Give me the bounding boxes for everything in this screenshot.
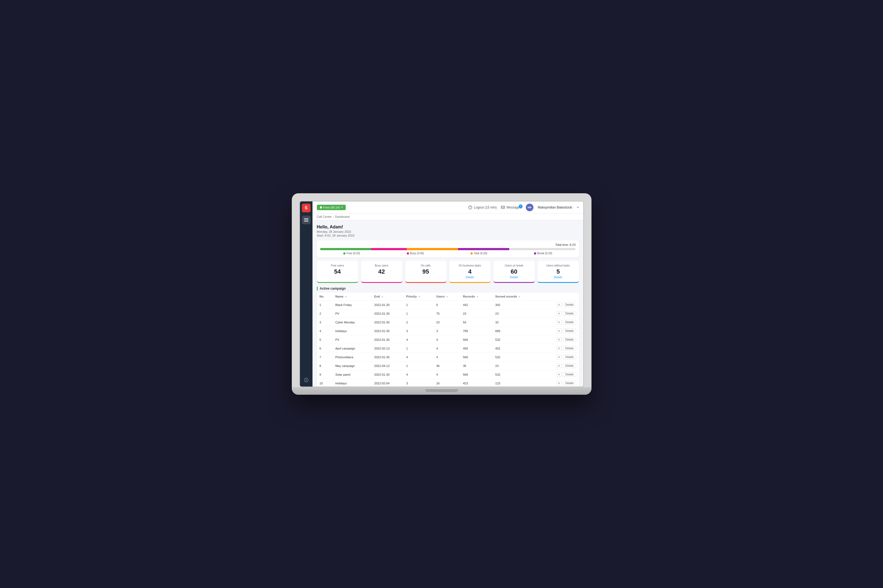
cell-served: 23 xyxy=(493,309,540,318)
cell-users: 75 xyxy=(433,309,460,318)
cell-no: 6 xyxy=(317,344,332,353)
cell-served: 32 xyxy=(493,318,540,327)
cell-actions: ≡ Details xyxy=(540,300,579,309)
cell-served: 23 xyxy=(493,362,540,370)
cell-priority: 1 xyxy=(403,362,433,370)
row-menu-button[interactable]: ≡ xyxy=(557,328,562,333)
cell-no: 10 xyxy=(317,379,332,387)
col-name[interactable]: Name ▼ xyxy=(332,292,372,300)
cell-no: 3 xyxy=(317,318,332,327)
cell-served: 532 xyxy=(493,353,540,362)
cell-records: 566 xyxy=(460,335,493,344)
cell-served: 342 xyxy=(493,300,540,309)
col-priority[interactable]: Priority ▼ xyxy=(403,292,433,300)
row-menu-button[interactable]: ≡ xyxy=(557,372,562,377)
status-button[interactable]: Free (06:14) xyxy=(317,205,346,210)
row-menu-button[interactable]: ≡ xyxy=(557,311,562,316)
stat-busy-users-label: Busy users xyxy=(364,264,399,267)
timeline-free xyxy=(320,248,372,250)
cell-end: 2022-01-30 xyxy=(372,300,404,309)
col-served[interactable]: Served records ▼ xyxy=(493,292,540,300)
row-menu-button[interactable]: ≡ xyxy=(557,346,562,351)
cell-users: 4 xyxy=(433,344,460,353)
row-details-button[interactable]: Details xyxy=(563,381,576,386)
cell-records: 566 xyxy=(460,370,493,379)
sidebar-icon-info[interactable] xyxy=(302,376,311,384)
cell-name: Black Friday xyxy=(332,300,372,309)
cell-actions: ≡ Details xyxy=(540,318,579,327)
col-end[interactable]: End ▼ xyxy=(372,292,404,300)
svg-rect-4 xyxy=(306,380,307,381)
row-details-button[interactable]: Details xyxy=(563,355,576,359)
tl-label-free: Free (6:20) xyxy=(343,252,360,255)
row-menu-button[interactable]: ≡ xyxy=(557,381,562,386)
cell-actions: ≡ Details xyxy=(540,327,579,335)
row-details-button[interactable]: Details xyxy=(563,363,576,368)
cell-users: 46 xyxy=(433,362,460,370)
svg-rect-2 xyxy=(304,221,308,222)
cell-name: May campaign xyxy=(332,362,372,370)
cell-priority: 4 xyxy=(403,370,433,379)
breadcrumb-root[interactable]: Call Center xyxy=(317,215,332,218)
logout-label: Logout (15 min) xyxy=(474,206,497,209)
row-menu-button[interactable]: ≡ xyxy=(557,303,562,307)
row-details-button[interactable]: Details xyxy=(563,372,576,377)
cell-served: 689 xyxy=(493,327,540,335)
cell-records: 456 xyxy=(460,344,493,353)
table-row: 8 May campaign 2022-04-12 1 46 35 23 ≡ D… xyxy=(317,362,579,370)
sidebar-icon-menu[interactable] xyxy=(302,216,311,224)
cell-priority: 2 xyxy=(403,318,433,327)
col-records[interactable]: Records ▼ xyxy=(460,292,493,300)
row-details-button[interactable]: Details xyxy=(563,337,576,342)
col-no: No. xyxy=(317,292,332,300)
messages-button[interactable]: 2 Messages xyxy=(501,206,522,209)
dashboard-header: Hello, Adam! Monday, 28 January 2022 Sta… xyxy=(317,225,579,237)
stat-busy-users: Busy users 42 xyxy=(361,261,402,283)
table-row: 4 Holidays 2022-01-30 3 3 799 689 ≡ Deta… xyxy=(317,327,579,335)
sidebar-logo[interactable]: S xyxy=(302,204,311,212)
row-details-button[interactable]: Details xyxy=(563,320,576,324)
table-row: 1 Black Friday 2022-01-30 1 6 442 342 ≡ … xyxy=(317,300,579,309)
user-menu-button[interactable] xyxy=(577,206,579,208)
row-details-button[interactable]: Details xyxy=(563,328,576,333)
cell-actions: ≡ Details xyxy=(540,379,579,387)
row-details-button[interactable]: Details xyxy=(563,311,576,316)
table-row: 10 Holidays 2022-02-04 3 16 423 123 ≡ De… xyxy=(317,379,579,387)
col-users[interactable]: Users ▼ xyxy=(433,292,460,300)
cell-records: 35 xyxy=(460,362,493,370)
cell-users: 4 xyxy=(433,335,460,344)
svg-rect-8 xyxy=(501,206,505,208)
stat-users-no-tasks-details[interactable]: Details xyxy=(541,276,576,279)
content-area: Hello, Adam! Monday, 28 January 2022 Sta… xyxy=(313,220,583,387)
dot-break xyxy=(534,252,536,255)
cell-records: 54 xyxy=(460,318,493,327)
cell-no: 7 xyxy=(317,353,332,362)
dot-busy xyxy=(407,252,409,255)
row-menu-button[interactable]: ≡ xyxy=(557,337,562,342)
stat-business-tasks-details[interactable]: Details xyxy=(453,276,487,279)
greeting: Hello, Adam! xyxy=(317,225,579,230)
cell-end: 2022-01-30 xyxy=(372,309,404,318)
logout-button[interactable]: Logout (15 min) xyxy=(468,206,497,209)
dot-task xyxy=(471,252,473,255)
row-menu-button[interactable]: ≡ xyxy=(557,363,562,368)
row-details-button[interactable]: Details xyxy=(563,303,576,307)
cell-name: April campaign xyxy=(332,344,372,353)
dashboard-start: Start: 8:02, 28 January 2022 xyxy=(317,234,579,237)
stat-users-break-details[interactable]: Details xyxy=(497,276,531,279)
cell-name: PV xyxy=(332,309,372,318)
timeline-bar xyxy=(320,248,576,250)
table-row: 3 Cyber Monday 2022-01-30 2 23 54 32 ≡ D… xyxy=(317,318,579,327)
row-menu-button[interactable]: ≡ xyxy=(557,355,562,359)
col-actions xyxy=(540,292,579,300)
cell-no: 4 xyxy=(317,327,332,335)
row-details-button[interactable]: Details xyxy=(563,346,576,351)
action-btn-group: ≡ Details xyxy=(543,303,576,307)
cell-users: 3 xyxy=(433,327,460,335)
cell-end: 2022-02-13 xyxy=(372,344,404,353)
cell-name: PV xyxy=(332,335,372,344)
row-menu-button[interactable]: ≡ xyxy=(557,320,562,324)
stat-free-users-label: Free users xyxy=(320,264,355,267)
stat-users-no-tasks-label: Users without tasks xyxy=(541,264,576,267)
cell-records: 442 xyxy=(460,300,493,309)
